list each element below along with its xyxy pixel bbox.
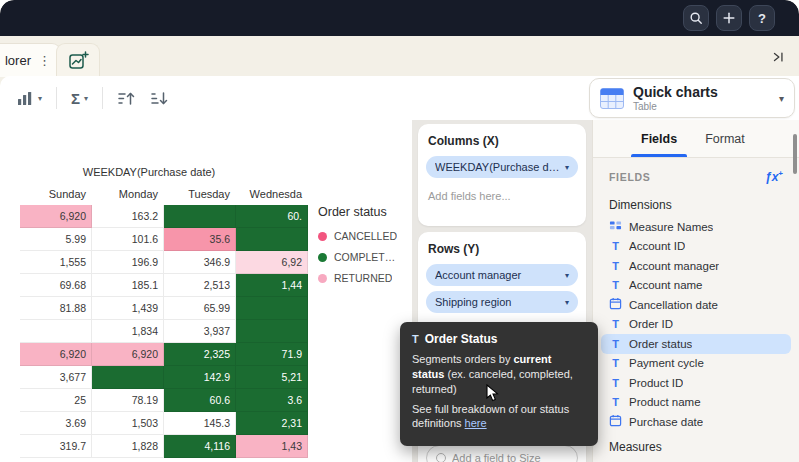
- crosstab-cell[interactable]: [236, 228, 308, 251]
- crosstab-cell[interactable]: 3,677: [20, 366, 92, 389]
- crosstab-cell[interactable]: [92, 366, 164, 389]
- field-item-account-name[interactable]: TAccount name: [601, 276, 791, 296]
- crosstab-cell[interactable]: [164, 205, 236, 228]
- crosstab-cell[interactable]: 35.6: [164, 228, 236, 251]
- pill-label: WEEKDAY(Purchase date): [435, 161, 561, 173]
- crosstab-cell[interactable]: 185.1: [92, 274, 164, 297]
- help-button[interactable]: ?: [749, 5, 775, 31]
- crosstab-cell[interactable]: 81.88: [20, 297, 92, 320]
- chevron-down-icon[interactable]: ▾: [565, 271, 569, 280]
- crosstab-cell[interactable]: 2,325: [164, 343, 236, 366]
- column-header[interactable]: Tuesday: [164, 188, 236, 204]
- field-item-product-id[interactable]: TProduct ID: [601, 373, 791, 393]
- crosstab-cell[interactable]: 1,43: [236, 435, 308, 458]
- search-button[interactable]: [683, 5, 709, 31]
- field-item-product-name[interactable]: TProduct name: [601, 393, 791, 413]
- collapse-panel-button[interactable]: [765, 46, 791, 68]
- crosstab-cell[interactable]: 145.3: [164, 412, 236, 435]
- tab-menu-icon[interactable]: ⋮: [38, 53, 51, 68]
- fields-section-label: FIELDS: [609, 171, 651, 183]
- field-item-order-status[interactable]: TOrder status: [601, 334, 791, 354]
- add-calculated-field-icon[interactable]: ƒx+: [765, 169, 783, 184]
- definitions-link[interactable]: here: [465, 417, 487, 429]
- crosstab-cell[interactable]: [20, 320, 92, 343]
- crosstab-cell[interactable]: 6,920: [20, 343, 92, 366]
- crosstab-cell[interactable]: 346.9: [164, 251, 236, 274]
- tab-explorer[interactable]: lorer ⋮: [0, 43, 61, 77]
- text-field-icon: T: [609, 318, 622, 330]
- add-fields-placeholder[interactable]: Add fields here...: [428, 190, 576, 202]
- add-button[interactable]: [716, 5, 742, 31]
- pill-weekday-purchase-date[interactable]: WEEKDAY(Purchase date) ▾: [426, 156, 578, 178]
- crosstab-cell[interactable]: 1,834: [92, 320, 164, 343]
- crosstab-cell[interactable]: 6,920: [20, 205, 92, 228]
- crosstab-cell[interactable]: 5.99: [20, 228, 92, 251]
- crosstab-cell[interactable]: 65.99: [164, 297, 236, 320]
- field-item-payment-cycle[interactable]: TPayment cycle: [601, 354, 791, 374]
- viz-type-button[interactable]: ▾: [10, 86, 49, 111]
- sort-ascending-button[interactable]: [110, 86, 143, 111]
- field-label: Payment cycle: [629, 357, 704, 369]
- scrollbar-thumb[interactable]: [793, 134, 797, 174]
- crosstab-cell[interactable]: 3.69: [20, 412, 92, 435]
- crosstab-cell[interactable]: 6,92: [236, 251, 308, 274]
- field-label: Cancellation date: [629, 299, 718, 311]
- pill-account-manager[interactable]: Account manager ▾: [426, 264, 578, 286]
- crosstab-cell[interactable]: 3.6: [236, 389, 308, 412]
- sort-descending-button[interactable]: [143, 86, 176, 111]
- chevron-down-icon[interactable]: ▾: [565, 163, 569, 172]
- legend-item[interactable]: RETURNED: [318, 272, 410, 284]
- crosstab-cell[interactable]: 163.2: [92, 205, 164, 228]
- field-item-order-id[interactable]: TOrder ID: [601, 315, 791, 335]
- crosstab-cell[interactable]: 1,439: [92, 297, 164, 320]
- crosstab-cell[interactable]: 5,21: [236, 366, 308, 389]
- tab-format[interactable]: Format: [705, 120, 745, 157]
- crosstab-cell[interactable]: [236, 297, 308, 320]
- crosstab-cell[interactable]: 1,828: [92, 435, 164, 458]
- size-field-input[interactable]: Add a field to Size: [426, 445, 578, 462]
- plus-icon: [722, 11, 736, 25]
- field-item-purchase-date[interactable]: Purchase date: [601, 412, 791, 432]
- column-header[interactable]: Wednesda: [236, 188, 308, 204]
- column-header[interactable]: Monday: [92, 188, 164, 204]
- quick-charts-header[interactable]: Quick charts Table ▾: [589, 78, 795, 118]
- crosstab-cell[interactable]: 2,513: [164, 274, 236, 297]
- crosstab-cell[interactable]: 78.19: [92, 389, 164, 412]
- dimensions-list: Measure NamesTAccount IDTAccount manager…: [593, 217, 799, 432]
- date-field-icon: [609, 296, 622, 314]
- field-item-account-id[interactable]: TAccount ID: [601, 237, 791, 257]
- chevron-down-icon[interactable]: ▾: [779, 93, 784, 104]
- text-field-icon: T: [609, 260, 622, 272]
- field-item-cancellation-date[interactable]: Cancellation date: [601, 295, 791, 315]
- crosstab-cell[interactable]: 319.7: [20, 435, 92, 458]
- text-field-icon: T: [609, 357, 622, 369]
- crosstab-cell[interactable]: 60.: [236, 205, 308, 228]
- legend-item[interactable]: CANCELLED: [318, 230, 410, 242]
- crosstab-cell[interactable]: [236, 320, 308, 343]
- crosstab-cell[interactable]: 2,31: [236, 412, 308, 435]
- crosstab-cell[interactable]: 71.9: [236, 343, 308, 366]
- chevron-down-icon[interactable]: ▾: [565, 298, 569, 307]
- tab-fields[interactable]: Fields: [641, 120, 677, 157]
- new-sheet-button[interactable]: [56, 43, 100, 77]
- pill-shipping-region[interactable]: Shipping region ▾: [426, 291, 578, 313]
- crosstab-cell[interactable]: 69.68: [20, 274, 92, 297]
- quick-charts-text: Quick charts Table: [633, 84, 718, 111]
- chevron-down-icon: ▾: [84, 94, 88, 103]
- field-item-measure-names[interactable]: Measure Names: [601, 217, 791, 237]
- column-header[interactable]: Sunday: [20, 188, 92, 204]
- crosstab-cell[interactable]: 101.6: [92, 228, 164, 251]
- crosstab-cell[interactable]: 4,116: [164, 435, 236, 458]
- crosstab-cell[interactable]: 1,555: [20, 251, 92, 274]
- aggregation-button[interactable]: Σ ▾: [64, 85, 95, 112]
- crosstab-cell[interactable]: 1,44: [236, 274, 308, 297]
- crosstab-cell[interactable]: 142.9: [164, 366, 236, 389]
- crosstab-cell[interactable]: 196.9: [92, 251, 164, 274]
- crosstab-cell[interactable]: 60.6: [164, 389, 236, 412]
- crosstab-cell[interactable]: 6,920: [92, 343, 164, 366]
- crosstab-cell[interactable]: 25: [20, 389, 92, 412]
- field-item-account-manager[interactable]: TAccount manager: [601, 256, 791, 276]
- crosstab-cell[interactable]: 3,937: [164, 320, 236, 343]
- crosstab-cell[interactable]: 1,503: [92, 412, 164, 435]
- legend-item[interactable]: COMPLET…: [318, 251, 410, 263]
